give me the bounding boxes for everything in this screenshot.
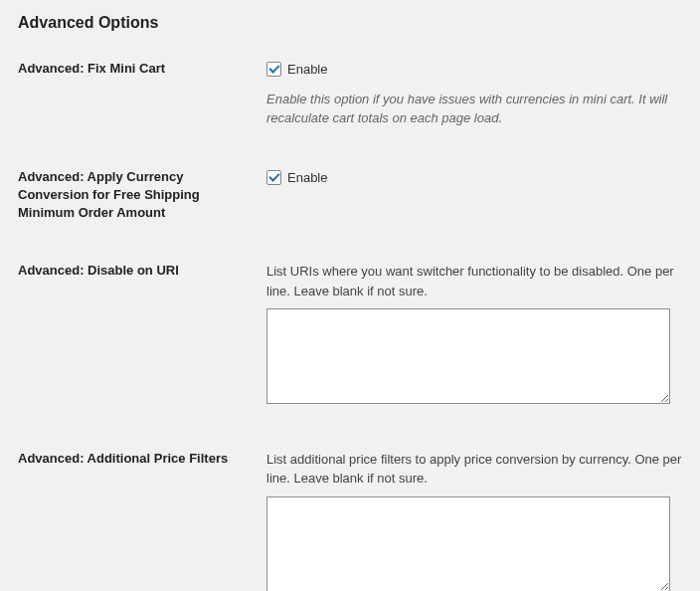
textarea-disable-on-uri[interactable] — [266, 308, 670, 404]
label-fix-mini-cart: Advanced: Fix Mini Cart — [18, 60, 266, 168]
description-fix-mini-cart: Enable this option if you have issues wi… — [266, 90, 674, 128]
label-apply-currency-conversion: Advanced: Apply Currency Conversion for … — [18, 168, 266, 263]
checkbox-row-apply-currency-conversion: Enable — [266, 168, 682, 188]
description-additional-price-filters: List additional price filters to apply p… — [266, 450, 682, 489]
checkbox-fix-mini-cart[interactable] — [266, 62, 281, 77]
checkbox-label-fix-mini-cart: Enable — [287, 60, 327, 80]
cell-fix-mini-cart: Enable Enable this option if you have is… — [266, 60, 682, 168]
section-title: Advanced Options — [18, 14, 682, 32]
cell-apply-currency-conversion: Enable — [266, 168, 682, 263]
label-disable-on-uri: Advanced: Disable on URI — [18, 262, 266, 450]
textarea-additional-price-filters[interactable] — [266, 496, 670, 591]
checkbox-apply-currency-conversion[interactable] — [266, 170, 281, 185]
checkbox-label-apply-currency-conversion: Enable — [287, 168, 327, 188]
cell-additional-price-filters: List additional price filters to apply p… — [266, 450, 682, 591]
label-additional-price-filters: Advanced: Additional Price Filters — [18, 450, 266, 591]
description-disable-on-uri: List URIs where you want switcher functi… — [266, 262, 682, 300]
cell-disable-on-uri: List URIs where you want switcher functi… — [266, 262, 682, 450]
settings-form-table: Advanced: Fix Mini Cart Enable Enable th… — [18, 60, 682, 591]
row-disable-on-uri: Advanced: Disable on URI List URIs where… — [18, 262, 682, 450]
row-additional-price-filters: Advanced: Additional Price Filters List … — [18, 450, 682, 591]
row-apply-currency-conversion: Advanced: Apply Currency Conversion for … — [18, 168, 682, 263]
row-fix-mini-cart: Advanced: Fix Mini Cart Enable Enable th… — [18, 60, 682, 168]
checkbox-row-fix-mini-cart: Enable — [266, 60, 682, 80]
